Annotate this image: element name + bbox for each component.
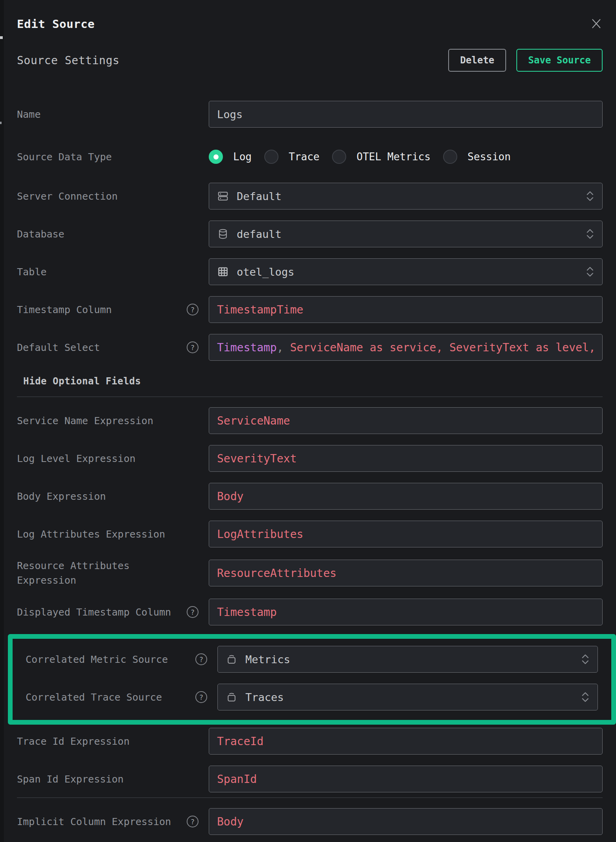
radio-option-otel-metrics[interactable]: OTEL Metrics [332, 150, 430, 164]
field-row-displayed-timestamp-column: Displayed Timestamp Column ? Timestamp [13, 599, 603, 625]
radio-unselected-icon [264, 150, 278, 164]
timestamp-column-value: TimestampTime [217, 303, 303, 316]
correlated-metric-source-select[interactable]: Metrics [217, 646, 598, 673]
server-connection-value: Default [237, 190, 282, 202]
backdrop-artifact [0, 122, 2, 124]
chevron-updown-icon [586, 227, 594, 241]
help-icon[interactable]: ? [187, 606, 199, 618]
close-button[interactable] [590, 17, 603, 30]
chevron-updown-icon [581, 690, 590, 704]
field-row-trace-id-expression: Trace Id Expression TraceId [13, 728, 603, 755]
body-expression-value: Body [217, 490, 243, 503]
help-icon[interactable]: ? [195, 691, 207, 703]
action-buttons: Delete Save Source [448, 49, 603, 72]
dialog-title: Edit Source [17, 17, 95, 32]
implicit-column-expression-label: Implicit Column Expression [17, 814, 171, 829]
span-id-expression-label: Span Id Expression [17, 772, 124, 786]
dialog-header: Edit Source [13, 0, 603, 32]
field-row-source-data-type: Source Data Type Log Trace OTEL Metrics … [13, 149, 603, 165]
field-row-log-attributes-expression: Log Attributes Expression LogAttributes [13, 521, 603, 547]
database-select[interactable]: default [209, 221, 603, 247]
source-data-type-label: Source Data Type [17, 150, 112, 164]
hide-optional-fields-toggle[interactable]: Hide Optional Fields [13, 376, 603, 387]
span-id-expression-value: SpanId [217, 773, 257, 786]
radio-unselected-icon [332, 150, 346, 164]
server-icon [217, 190, 229, 202]
sql-token: Timestamp [217, 341, 277, 354]
chevron-updown-icon [586, 189, 594, 203]
timestamp-column-label: Timestamp Column [17, 302, 112, 317]
sql-token: , [277, 341, 290, 354]
help-icon[interactable]: ? [187, 341, 199, 353]
timestamp-column-input[interactable]: TimestampTime [209, 296, 603, 323]
database-value: default [237, 228, 282, 240]
field-row-span-id-expression: Span Id Expression SpanId [13, 766, 603, 792]
radio-option-trace[interactable]: Trace [264, 150, 319, 164]
implicit-column-expression-value: Body [217, 815, 243, 828]
log-attributes-expression-input[interactable]: LogAttributes [209, 521, 603, 547]
save-source-button[interactable]: Save Source [516, 49, 603, 72]
service-name-expression-input[interactable]: ServiceName [209, 407, 603, 434]
name-label: Name [17, 107, 41, 122]
body-expression-input[interactable]: Body [209, 483, 603, 510]
help-icon[interactable]: ? [187, 304, 199, 315]
delete-button[interactable]: Delete [448, 49, 506, 72]
radio-option-log[interactable]: Log [209, 150, 252, 164]
radio-label: Log [233, 151, 252, 163]
field-row-implicit-column-expression: Implicit Column Expression ? Body [13, 808, 603, 835]
field-row-log-level-expression: Log Level Expression SeverityText [13, 445, 603, 472]
radio-label: Session [468, 151, 511, 163]
correlated-trace-source-value: Traces [245, 691, 284, 703]
section-title: Source Settings [17, 54, 119, 67]
radio-unselected-icon [443, 150, 457, 164]
radio-selected-icon [209, 150, 223, 164]
displayed-timestamp-column-input[interactable]: Timestamp [209, 599, 603, 625]
name-value: Logs [217, 108, 243, 121]
resource-attributes-expression-input[interactable]: ResourceAttributes [209, 560, 603, 586]
page-backdrop-strip [0, 0, 4, 842]
log-attributes-expression-label: Log Attributes Expression [17, 527, 165, 542]
chevron-updown-icon [586, 265, 594, 278]
source-jar-icon [226, 653, 237, 665]
correlated-trace-source-select[interactable]: Traces [217, 684, 598, 710]
close-icon [590, 18, 602, 30]
source-settings-toolbar: Source Settings Delete Save Source [13, 49, 603, 72]
trace-id-expression-input[interactable]: TraceId [209, 728, 603, 755]
help-icon[interactable]: ? [195, 653, 207, 665]
divider [17, 397, 603, 397]
table-label: Table [17, 265, 46, 279]
server-connection-select[interactable]: Default [209, 183, 603, 210]
table-icon [217, 266, 229, 278]
divider [17, 797, 603, 798]
trace-id-expression-label: Trace Id Expression [17, 734, 130, 749]
field-row-correlated-metric-source: Correlated Metric Source ? Metrics [22, 646, 598, 673]
log-level-expression-input[interactable]: SeverityText [209, 445, 603, 472]
displayed-timestamp-column-label: Displayed Timestamp Column [17, 605, 171, 619]
service-name-expression-value: ServiceName [217, 414, 290, 427]
server-connection-label: Server Connection [17, 189, 118, 204]
backdrop-artifact [0, 36, 3, 39]
default-select-label: Default Select [17, 340, 100, 355]
help-icon[interactable]: ? [187, 816, 199, 827]
radio-label: Trace [289, 151, 319, 163]
field-row-correlated-trace-source: Correlated Trace Source ? Traces [22, 684, 598, 710]
service-name-expression-label: Service Name Expression [17, 414, 153, 428]
default-select-input[interactable]: Timestamp, ServiceName as service, Sever… [209, 334, 603, 361]
span-id-expression-input[interactable]: SpanId [209, 766, 603, 792]
field-row-default-select: Default Select ? Timestamp, ServiceName … [13, 334, 603, 361]
implicit-column-expression-input[interactable]: Body [209, 808, 603, 835]
field-row-name: Name Logs [13, 101, 603, 128]
field-row-database: Database default [13, 221, 603, 247]
radio-option-session[interactable]: Session [443, 150, 511, 164]
source-jar-icon [226, 691, 237, 703]
highlight-box: Correlated Metric Source ? Metrics [8, 634, 616, 725]
table-value: otel_logs [237, 266, 294, 278]
source-data-type-radio-group: Log Trace OTEL Metrics Session [209, 150, 603, 164]
database-label: Database [17, 227, 64, 241]
sql-token: ServiceName as service, SeverityText as … [290, 341, 595, 354]
name-input[interactable]: Logs [209, 101, 603, 128]
table-select[interactable]: otel_logs [209, 258, 603, 285]
correlated-trace-source-label: Correlated Trace Source [26, 690, 162, 705]
log-level-expression-label: Log Level Expression [17, 451, 135, 466]
edit-source-dialog: Edit Source Source Settings Delete Save … [4, 0, 616, 842]
